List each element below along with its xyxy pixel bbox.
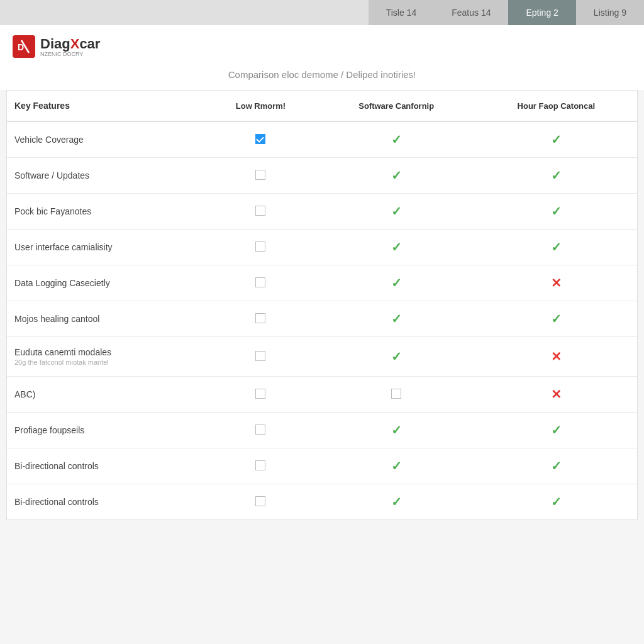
check-icon: ✓ (551, 312, 562, 326)
checkbox-empty[interactable] (255, 496, 265, 506)
cell-col2: ✓ (318, 484, 475, 520)
feature-cell: Mojos healing cantool (7, 301, 204, 337)
check-icon: ✓ (391, 350, 402, 364)
checkbox-empty[interactable] (255, 242, 265, 252)
cell-col2: ✓ (318, 337, 475, 377)
cell-col1 (204, 448, 317, 484)
cell-col1 (204, 265, 317, 301)
cell-col3: ✕ (475, 265, 637, 301)
cell-col3: ✓ (475, 484, 637, 520)
table-body: Vehicle Coverage✓✓Software / Updates✓✓Po… (7, 121, 637, 519)
cell-col2: ✓ (318, 448, 475, 484)
feature-cell: ABC) (7, 377, 204, 413)
tab-listing[interactable]: Listing 9 (576, 0, 644, 25)
feature-cell: Software / Updates (7, 158, 204, 194)
check-icon: ✓ (551, 169, 562, 182)
tab-tisle[interactable]: Tisle 14 (369, 0, 435, 25)
cell-col2: ✓ (318, 230, 475, 265)
comparison-table: Key Features Low Rmorm! Software Canforn… (7, 91, 637, 519)
checkbox-empty[interactable] (255, 206, 265, 216)
feature-cell: Data Logging Casecietly (7, 265, 204, 301)
cell-col3: ✓ (475, 158, 637, 194)
table-header-row: Key Features Low Rmorm! Software Canforn… (7, 91, 637, 121)
cell-col2 (318, 377, 475, 413)
comparison-table-container: Key Features Low Rmorm! Software Canforn… (6, 90, 638, 520)
tab-featus[interactable]: Featus 14 (434, 0, 508, 25)
cell-col3: ✓ (475, 301, 637, 337)
cell-col3: ✓ (475, 194, 637, 230)
check-icon: ✓ (551, 495, 562, 509)
cell-col1 (204, 337, 317, 377)
check-icon: ✓ (391, 459, 402, 473)
table-row: Euduta canemti modales20g the fatconol m… (7, 337, 637, 377)
table-row: ABC)✕ (7, 377, 637, 413)
check-icon: ✓ (551, 459, 562, 473)
col-header-features: Key Features (7, 91, 204, 121)
col-header-col1: Low Rmorm! (204, 91, 317, 121)
cell-col3: ✓ (475, 121, 637, 158)
cross-icon: ✕ (551, 387, 562, 401)
checkbox-empty[interactable] (255, 460, 265, 470)
check-icon: ✓ (551, 204, 562, 218)
table-row: Software / Updates✓✓ (7, 158, 637, 194)
cell-col3: ✕ (475, 377, 637, 413)
col-header-col2: Software Canfornip (318, 91, 475, 121)
check-icon: ✓ (391, 312, 402, 326)
logo-icon: D (13, 35, 35, 58)
checkbox-empty[interactable] (391, 389, 401, 399)
check-icon: ✓ (551, 133, 562, 147)
cell-col3: ✓ (475, 448, 637, 484)
feature-cell: Profiage foupseils (7, 413, 204, 448)
cell-col3: ✓ (475, 413, 637, 448)
feature-cell: Pock bic Fayanotes (7, 194, 204, 230)
check-icon: ✓ (391, 495, 402, 509)
table-row: User interface camialisity✓✓ (7, 230, 637, 265)
cell-col1 (204, 121, 317, 158)
feature-cell: Bi-directional controls (7, 448, 204, 484)
header: D DiagXcar NZENIC DOCRY (0, 25, 644, 63)
cell-col2: ✓ (318, 121, 475, 158)
feature-cell: Euduta canemti modales20g the fatconol m… (7, 337, 204, 377)
cell-col1 (204, 484, 317, 520)
checkbox-empty[interactable] (255, 389, 265, 399)
check-icon: ✓ (391, 240, 402, 254)
cross-icon: ✕ (551, 276, 562, 290)
cell-col2: ✓ (318, 158, 475, 194)
checkbox-empty[interactable] (255, 277, 265, 287)
check-icon: ✓ (391, 276, 402, 290)
cell-col3: ✓ (475, 230, 637, 265)
cell-col1 (204, 194, 317, 230)
feature-cell: User interface camialisity (7, 230, 204, 265)
check-icon: ✓ (551, 240, 562, 254)
cell-col1 (204, 158, 317, 194)
feature-cell: Vehicle Coverage (7, 121, 204, 158)
check-icon: ✓ (391, 133, 402, 147)
tab-epting[interactable]: Epting 2 (508, 0, 575, 25)
cell-col2: ✓ (318, 301, 475, 337)
table-row: Vehicle Coverage✓✓ (7, 121, 637, 158)
checkbox-empty[interactable] (255, 313, 265, 323)
table-row: Profiage foupseils✓✓ (7, 413, 637, 448)
check-icon: ✓ (391, 423, 402, 437)
checkbox-checked[interactable] (255, 134, 265, 144)
table-row: Bi-directional controls✓✓ (7, 484, 637, 520)
cell-col1 (204, 301, 317, 337)
feature-cell: Bi-directional controls (7, 484, 204, 520)
checkbox-empty[interactable] (255, 425, 265, 435)
table-row: Data Logging Casecietly✓✕ (7, 265, 637, 301)
cell-col2: ✓ (318, 265, 475, 301)
table-row: Pock bic Fayanotes✓✓ (7, 194, 637, 230)
check-icon: ✓ (391, 204, 402, 218)
checkbox-empty[interactable] (255, 351, 265, 361)
cell-col2: ✓ (318, 194, 475, 230)
col-header-col3: Hour Faop Catoncal (475, 91, 637, 121)
logo-brand: DiagXcar (40, 36, 100, 52)
logo-text-block: DiagXcar NZENIC DOCRY (40, 36, 100, 57)
checkbox-empty[interactable] (255, 170, 265, 180)
table-row: Bi-directional controls✓✓ (7, 448, 637, 484)
check-icon: ✓ (551, 423, 562, 437)
cell-col1 (204, 377, 317, 413)
cell-col1 (204, 230, 317, 265)
subtitle: Comparison eloc demome / Deliped inotiri… (0, 63, 644, 90)
cell-col2: ✓ (318, 413, 475, 448)
